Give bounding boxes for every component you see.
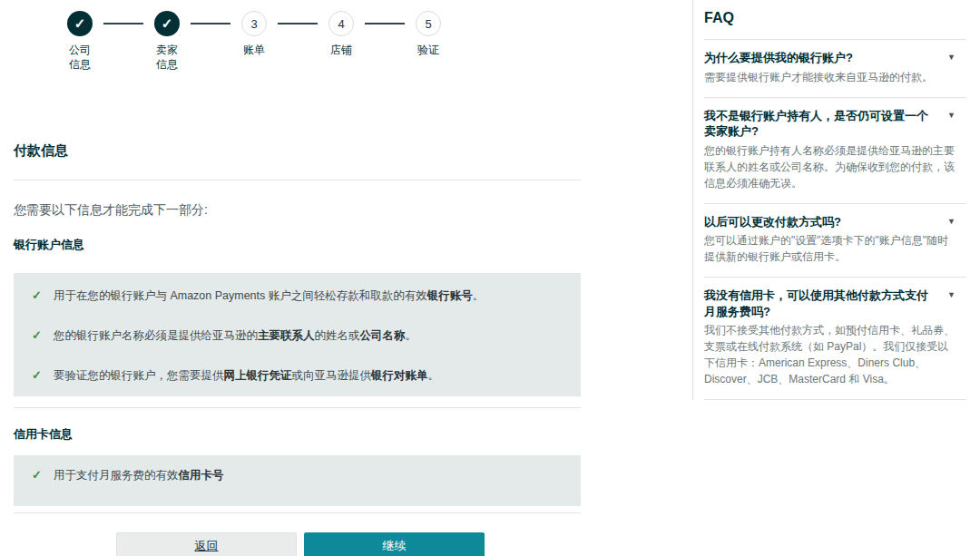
check-icon: ✓ [32,288,42,303]
faq-answer: 需要提供银行账户才能接收来自亚马逊的付款。 [704,69,966,85]
page-title: 付款信息 [14,141,581,160]
faq-panel: FAQ 为什么要提供我的银行账户?▼需要提供银行账户才能接收来自亚马逊的付款。我… [692,0,966,400]
checklist-item: ✓用于支付月服务费的有效信用卡号 [32,468,563,483]
faq-question: 我没有信用卡，可以使用其他付款方式支付月服务费吗? [704,288,936,319]
faq-item: 我不是银行账户持有人，是否仍可设置一个卖家账户?▼您的银行账户持有人名称必须是提… [704,98,966,204]
faq-question: 我不是银行账户持有人，是否仍可设置一个卖家账户? [704,108,936,140]
checklist-item-text: 用于支付月服务费的有效信用卡号 [54,468,224,483]
faq-list: 为什么要提供我的银行账户?▼需要提供银行账户才能接收来自亚马逊的付款。我不是银行… [704,40,966,400]
step-company-info: ✓公司 信息 [67,11,93,72]
step-connector [278,23,318,24]
step-label: 店铺 [318,43,365,57]
card-checklist-panel: ✓用于支付月服务费的有效信用卡号 [14,455,581,506]
progress-stepper: ✓公司 信息✓卖家 信息3账单4店铺5验证 [67,11,441,72]
step-label: 卖家 信息 [143,43,191,72]
checklist-item-text: 用于在您的银行账户与 Amazon Payments 账户之间轻松存款和取款的有… [54,288,484,303]
step-number: 5 [416,11,441,36]
step-number: 4 [328,11,354,36]
faq-item: 以后可以更改付款方式吗?▼您可以通过账户的"设置"选项卡下的"账户信息"随时提供… [704,204,966,278]
faq-item: 为什么要提供我的银行账户?▼需要提供银行账户才能接收来自亚马逊的付款。 [704,40,966,98]
checklist-item-text: 要验证您的银行账户，您需要提供网上银行凭证或向亚马逊提供银行对账单。 [54,368,439,383]
faq-question-row[interactable]: 为什么要提供我的银行账户?▼ [704,50,966,66]
check-icon: ✓ [32,468,42,483]
intro-text: 您需要以下信息才能完成下一部分: [14,202,581,219]
faq-answer: 我们不接受其他付款方式，如预付信用卡、礼品券、支票或在线付款系统（如 PayPa… [704,322,966,387]
registration-page: ✓公司 信息✓卖家 信息3账单4店铺5验证 付款信息 您需要以下信息才能完成下一… [0,0,980,556]
divider [14,407,581,408]
chevron-down-icon[interactable]: ▼ [947,290,956,299]
main-content: 付款信息 您需要以下信息才能完成下一部分: 银行账户信息 ✓用于在您的银行账户与… [14,136,581,556]
step-seller-info: ✓卖家 信息 [154,11,180,72]
checklist-item: ✓要验证您的银行账户，您需要提供网上银行凭证或向亚马逊提供银行对账单。 [32,368,563,383]
faq-item: 我没有信用卡，可以使用其他付款方式支付月服务费吗?▼我们不接受其他付款方式，如预… [704,278,966,400]
step-label: 账单 [230,43,278,57]
faq-question-row[interactable]: 我不是银行账户持有人，是否仍可设置一个卖家账户?▼ [704,108,966,140]
checklist-item: ✓您的银行账户名称必须是提供给亚马逊的主要联系人的姓名或公司名称。 [32,328,563,343]
faq-answer: 您的银行账户持有人名称必须是提供给亚马逊的主要联系人的姓名或公司名称。为确保收到… [704,142,966,191]
bank-section-heading: 银行账户信息 [14,237,581,253]
step-store: 4店铺 [328,11,354,57]
step-connector [103,23,143,24]
chevron-down-icon[interactable]: ▼ [947,53,956,62]
step-billing: 3账单 [241,11,267,57]
chevron-down-icon[interactable]: ▼ [947,217,956,226]
step-check-icon: ✓ [67,11,93,36]
check-icon: ✓ [32,368,42,383]
step-number: 3 [241,11,267,36]
card-section-heading: 信用卡信息 [14,426,581,443]
chevron-down-icon[interactable]: ▼ [947,111,956,120]
button-row: 返回 继续 [116,532,581,556]
divider [14,180,581,180]
faq-question-row[interactable]: 我没有信用卡，可以使用其他付款方式支付月服务费吗?▼ [704,288,966,319]
step-check-icon: ✓ [154,11,180,36]
faq-question-row[interactable]: 以后可以更改付款方式吗?▼ [704,214,966,230]
check-icon: ✓ [32,328,42,343]
continue-button[interactable]: 继续 [304,532,485,556]
divider [14,512,581,513]
faq-question: 为什么要提供我的银行账户? [704,50,936,66]
step-connector [365,23,405,24]
checklist-item-text: 您的银行账户名称必须是提供给亚马逊的主要联系人的姓名或公司名称。 [54,328,416,343]
bank-checklist-panel: ✓用于在您的银行账户与 Amazon Payments 账户之间轻松存款和取款的… [14,273,581,396]
faq-title: FAQ [704,9,966,40]
step-label: 验证 [405,43,452,57]
faq-question: 以后可以更改付款方式吗? [704,214,936,230]
back-button[interactable]: 返回 [116,532,297,556]
step-verification: 5验证 [416,11,441,57]
step-label: 公司 信息 [56,43,103,72]
checklist-item: ✓用于在您的银行账户与 Amazon Payments 账户之间轻松存款和取款的… [32,288,563,303]
faq-answer: 您可以通过账户的"设置"选项卡下的"账户信息"随时提供新的银行账户或信用卡。 [704,232,966,265]
step-connector [191,23,230,24]
